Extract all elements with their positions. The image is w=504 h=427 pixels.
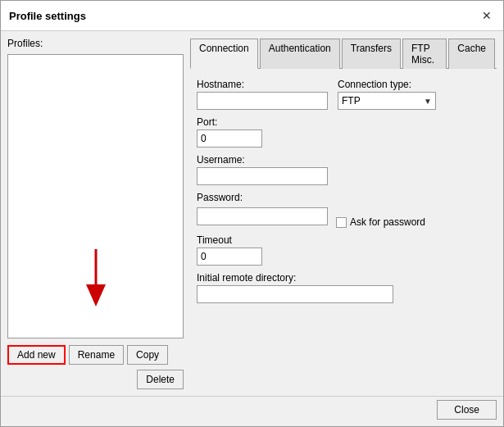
hostname-connection-row: Hostname: Connection type: FTP ▼ — [197, 79, 490, 116]
port-label: Port: — [197, 116, 490, 128]
tab-cache[interactable]: Cache — [448, 39, 495, 69]
timeout-label: Timeout — [197, 234, 490, 246]
connection-type-select[interactable]: FTP ▼ — [338, 92, 436, 110]
tab-transfers[interactable]: Transfers — [342, 39, 401, 69]
password-label: Password: — [197, 192, 490, 203]
right-panel: Connection Authentication Transfers FTP … — [190, 38, 497, 389]
profiles-label: Profiles: — [7, 38, 184, 49]
ask-password-row: Ask for password — [336, 216, 425, 228]
title-bar: Profile settings ✕ — [1, 1, 503, 31]
delete-button[interactable]: Delete — [137, 370, 184, 389]
profile-action-buttons: Add new Rename Copy — [7, 345, 184, 365]
port-group: Port: — [197, 116, 490, 148]
profile-settings-dialog: Profile settings ✕ Profiles: Add new Ren… — [0, 0, 504, 427]
initial-dir-label: Initial remote directory: — [197, 272, 490, 284]
arrow-annotation — [71, 245, 120, 313]
port-input[interactable] — [197, 129, 262, 148]
copy-button[interactable]: Copy — [127, 345, 168, 365]
rename-button[interactable]: Rename — [69, 345, 124, 365]
hostname-input[interactable] — [197, 92, 328, 110]
hostname-label: Hostname: — [197, 79, 328, 90]
delete-row: Delete — [7, 370, 184, 389]
arrow-icon — [71, 245, 120, 311]
bottom-bar: Close — [1, 396, 503, 426]
connection-type-group: Connection type: FTP ▼ — [338, 79, 436, 110]
add-new-button[interactable]: Add new — [7, 345, 66, 365]
tab-ftp-misc[interactable]: FTP Misc. — [402, 39, 447, 69]
password-input[interactable] — [197, 207, 328, 225]
timeout-group: Timeout — [197, 234, 490, 266]
username-input[interactable] — [197, 167, 328, 185]
connection-form: Hostname: Connection type: FTP ▼ Port: — [190, 75, 497, 313]
timeout-input[interactable] — [197, 248, 262, 266]
hostname-group: Hostname: — [197, 79, 328, 110]
tabs-bar: Connection Authentication Transfers FTP … — [190, 38, 497, 69]
ask-password-checkbox[interactable] — [336, 217, 347, 228]
username-label: Username: — [197, 154, 490, 166]
tab-connection[interactable]: Connection — [190, 39, 258, 69]
tab-authentication[interactable]: Authentication — [260, 39, 340, 69]
username-group: Username: — [197, 154, 490, 185]
connection-type-label: Connection type: — [338, 79, 436, 90]
svg-marker-1 — [86, 284, 106, 307]
initial-dir-input[interactable] — [197, 285, 393, 303]
profiles-list — [7, 54, 184, 338]
close-button[interactable]: Close — [437, 400, 497, 420]
password-group: Password: Ask for password — [197, 192, 490, 228]
ask-password-label: Ask for password — [350, 216, 425, 228]
chevron-down-icon: ▼ — [424, 97, 432, 106]
left-panel: Profiles: Add new Rename Copy Delete — [7, 38, 184, 389]
main-content: Profiles: Add new Rename Copy Delete — [1, 31, 503, 396]
connection-type-value: FTP — [342, 95, 361, 107]
close-window-button[interactable]: ✕ — [479, 7, 495, 24]
password-row: Ask for password — [197, 205, 490, 228]
initial-dir-group: Initial remote directory: — [197, 272, 490, 303]
dialog-title: Profile settings — [9, 10, 86, 22]
